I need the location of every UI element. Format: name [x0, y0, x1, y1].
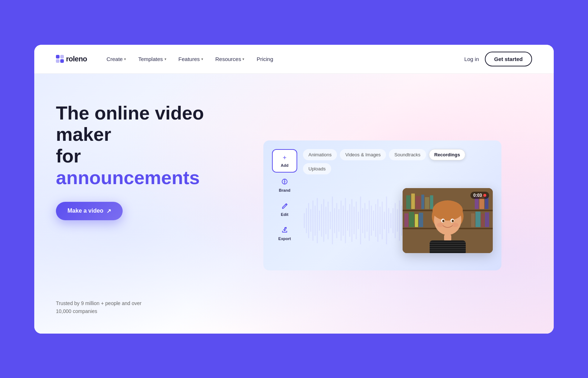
- app-preview: + Add Brand: [263, 140, 501, 270]
- svg-rect-12: [416, 196, 421, 209]
- svg-point-35: [452, 223, 458, 227]
- media-area: 0:03: [303, 179, 493, 262]
- export-icon: [281, 227, 288, 235]
- svg-rect-20: [409, 212, 414, 227]
- svg-rect-25: [481, 214, 484, 227]
- nav-item-pricing[interactable]: Pricing: [251, 53, 278, 65]
- svg-point-32: [442, 220, 444, 222]
- login-button[interactable]: Log in: [464, 56, 479, 62]
- svg-rect-1: [60, 55, 64, 58]
- arrow-icon: ↗: [106, 208, 111, 214]
- tab-animations[interactable]: Animations: [303, 149, 337, 160]
- app-sidebar: + Add Brand: [272, 149, 297, 262]
- svg-rect-2: [56, 59, 60, 63]
- svg-rect-21: [415, 214, 418, 227]
- tab-soundtracks[interactable]: Soundtracks: [389, 149, 426, 160]
- hero-section: The online video maker for announcements…: [34, 74, 554, 334]
- tool-edit[interactable]: Edit: [272, 198, 297, 221]
- nav-links: Create ▾ Templates ▾ Features ▾ Resource…: [101, 53, 464, 65]
- tab-recordings[interactable]: Recordings: [429, 149, 466, 160]
- svg-rect-11: [411, 194, 415, 209]
- svg-rect-10: [406, 195, 411, 209]
- add-icon: +: [283, 154, 287, 162]
- chevron-down-icon: ▾: [124, 57, 126, 61]
- chevron-down-icon: ▾: [242, 57, 244, 61]
- brand-icon: [281, 178, 288, 187]
- svg-rect-0: [56, 55, 60, 58]
- navbar: roleno Create ▾ Templates ▾ Features ▾ R…: [34, 45, 554, 74]
- get-started-button[interactable]: Get started: [485, 52, 532, 66]
- svg-rect-13: [421, 195, 424, 209]
- tool-export[interactable]: Export: [272, 222, 297, 245]
- hero-title: The online video maker for announcements: [56, 103, 222, 189]
- svg-rect-24: [475, 212, 481, 227]
- main-container: roleno Create ▾ Templates ▾ Features ▾ R…: [34, 45, 554, 334]
- chevron-down-icon: ▾: [201, 57, 203, 61]
- nav-item-features[interactable]: Features ▾: [174, 53, 208, 65]
- nav-actions: Log in Get started: [464, 52, 532, 66]
- edit-icon: [281, 203, 288, 211]
- tool-add[interactable]: + Add: [272, 149, 297, 173]
- tab-videos-images[interactable]: Videos & Images: [340, 149, 386, 160]
- chevron-down-icon: ▾: [164, 57, 166, 61]
- svg-rect-3: [60, 59, 64, 63]
- recording-indicator: [483, 194, 486, 197]
- tab-uploads[interactable]: Uploads: [303, 163, 331, 174]
- svg-point-33: [452, 220, 454, 222]
- svg-rect-15: [430, 195, 433, 209]
- video-timer-badge: 0:03: [470, 192, 489, 199]
- svg-point-34: [437, 223, 443, 227]
- svg-point-29: [433, 200, 463, 221]
- hero-right: + Add Brand: [222, 95, 532, 316]
- svg-rect-26: [485, 212, 489, 227]
- tabs-row: Animations Videos & Images Soundtracks R…: [303, 149, 493, 174]
- nav-item-templates[interactable]: Templates ▾: [133, 53, 171, 65]
- logo-text: roleno: [66, 55, 87, 63]
- trusted-text: Trusted by 9 million + people and over10…: [56, 278, 222, 316]
- app-content: Animations Videos & Images Soundtracks R…: [303, 149, 493, 262]
- video-card[interactable]: 0:03: [403, 188, 493, 253]
- make-video-button[interactable]: Make a video ↗: [56, 202, 123, 220]
- logo-icon: [56, 55, 64, 63]
- hero-left: The online video maker for announcements…: [56, 95, 222, 316]
- svg-rect-19: [404, 213, 408, 227]
- logo[interactable]: roleno: [56, 55, 87, 63]
- svg-rect-14: [425, 197, 429, 209]
- nav-item-create[interactable]: Create ▾: [101, 53, 131, 65]
- tool-brand[interactable]: Brand: [272, 174, 297, 197]
- svg-rect-23: [471, 213, 475, 227]
- svg-rect-22: [419, 213, 423, 227]
- nav-item-resources[interactable]: Resources ▾: [210, 53, 250, 65]
